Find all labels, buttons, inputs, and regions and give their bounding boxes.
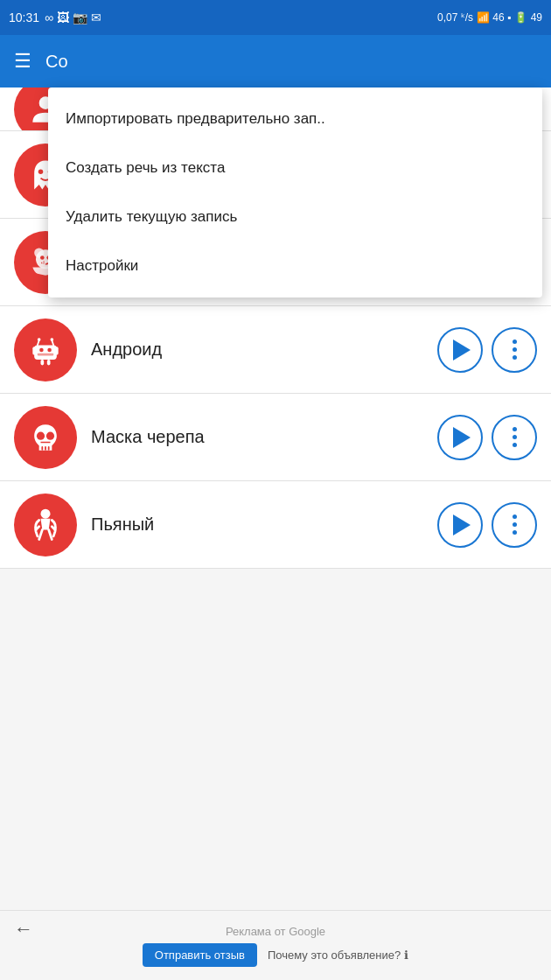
status-signal: 📶 46 ▪ 🔋 — [477, 11, 527, 24]
menu-item-settings[interactable]: Настройки — [48, 242, 542, 290]
status-left: 10:31 ∞ 🖼 📷 ✉ — [9, 10, 101, 24]
status-bar: 10:31 ∞ 🖼 📷 ✉ 0,07 ᵏ/s 📶 46 ▪ 🔋 49 — [0, 0, 551, 35]
status-time: 10:31 — [9, 10, 39, 24]
menu-item-create[interactable]: Создать речь из текста — [48, 144, 542, 192]
menu-item-import[interactable]: Импортировать предварительно зап.. — [48, 94, 542, 144]
status-battery: 49 — [531, 11, 542, 24]
dropdown-overlay[interactable]: Импортировать предварительно зап.. Созда… — [0, 35, 551, 980]
status-icons: ∞ 🖼 📷 ✉ — [45, 10, 101, 24]
menu-item-delete[interactable]: Удалить текущую запись — [48, 192, 542, 242]
dropdown-menu: Импортировать предварительно зап.. Созда… — [48, 88, 542, 298]
status-right: 0,07 ᵏ/s 📶 46 ▪ 🔋 49 — [437, 11, 542, 24]
status-speed: 0,07 ᵏ/s — [437, 11, 473, 24]
